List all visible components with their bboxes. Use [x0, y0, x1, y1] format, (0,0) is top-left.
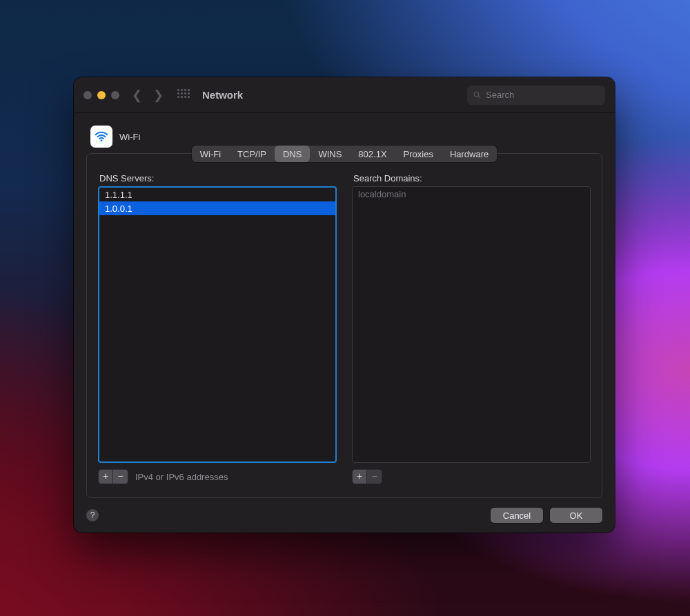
forward-button[interactable]: ❯ — [150, 89, 166, 101]
tab-proxies[interactable]: Proxies — [395, 146, 442, 162]
dns-servers-list[interactable]: 1.1.1.11.0.0.1 — [98, 186, 337, 463]
content: Wi-Fi Wi-FiTCP/IPDNSWINS802.1XProxiesHar… — [74, 113, 615, 533]
tab-bar: Wi-FiTCP/IPDNSWINS802.1XProxiesHardware — [192, 146, 497, 162]
back-button[interactable]: ❮ — [129, 89, 145, 101]
toolbar: ❮ ❯ Network Search — [74, 77, 615, 113]
search-icon — [473, 90, 482, 99]
search-domains-label: Search Domains: — [353, 173, 591, 183]
dns-server-row[interactable]: 1.0.0.1 — [99, 201, 335, 215]
close-window-button[interactable] — [83, 91, 92, 99]
dns-hint: IPv4 or IPv6 addresses — [135, 472, 228, 482]
svg-point-2 — [101, 139, 103, 141]
interface-header: Wi-Fi — [90, 126, 602, 148]
search-placeholder: Search — [486, 90, 514, 100]
window-title: Network — [202, 89, 243, 101]
footer: ? Cancel OK — [86, 508, 602, 523]
tab-wifi[interactable]: Wi-Fi — [192, 146, 229, 162]
zoom-window-button[interactable] — [111, 91, 119, 99]
search-domain-row[interactable]: localdomain — [353, 187, 590, 201]
search-domains-list[interactable]: localdomain — [352, 186, 591, 463]
domains-plus-minus: + − — [352, 469, 382, 484]
dns-servers-label: DNS Servers: — [99, 173, 337, 183]
domains-remove-button[interactable]: − — [367, 469, 382, 484]
help-button[interactable]: ? — [86, 509, 99, 521]
show-all-icon[interactable] — [177, 89, 190, 101]
ok-button[interactable]: OK — [550, 508, 602, 523]
tab-dns[interactable]: DNS — [275, 146, 310, 162]
dns-server-row[interactable]: 1.1.1.1 — [99, 188, 335, 201]
dns-column: DNS Servers: 1.1.1.11.0.0.1 + − IPv4 or … — [98, 170, 337, 486]
network-prefs-window: ❮ ❯ Network Search Wi-Fi Wi-FiTCP/IPDNSW… — [74, 77, 615, 533]
settings-panel: Wi-FiTCP/IPDNSWINS802.1XProxiesHardware … — [86, 153, 602, 498]
cancel-button[interactable]: Cancel — [491, 508, 543, 523]
domains-column: Search Domains: localdomain + − — [352, 170, 591, 486]
tab-8021x[interactable]: 802.1X — [350, 146, 395, 162]
svg-point-0 — [474, 92, 479, 97]
dns-remove-button[interactable]: − — [113, 469, 128, 484]
interface-name: Wi-Fi — [119, 132, 140, 142]
tab-wins[interactable]: WINS — [310, 146, 350, 162]
domains-add-button[interactable]: + — [352, 469, 367, 484]
dns-add-button[interactable]: + — [98, 469, 113, 484]
tab-hardware[interactable]: Hardware — [442, 146, 497, 162]
tab-tcpip[interactable]: TCP/IP — [229, 146, 275, 162]
window-controls — [83, 91, 119, 99]
svg-line-1 — [478, 96, 480, 98]
search-field[interactable]: Search — [467, 86, 605, 105]
dns-plus-minus: + − — [98, 469, 128, 484]
wifi-icon — [90, 126, 112, 148]
minimize-window-button[interactable] — [97, 91, 106, 99]
